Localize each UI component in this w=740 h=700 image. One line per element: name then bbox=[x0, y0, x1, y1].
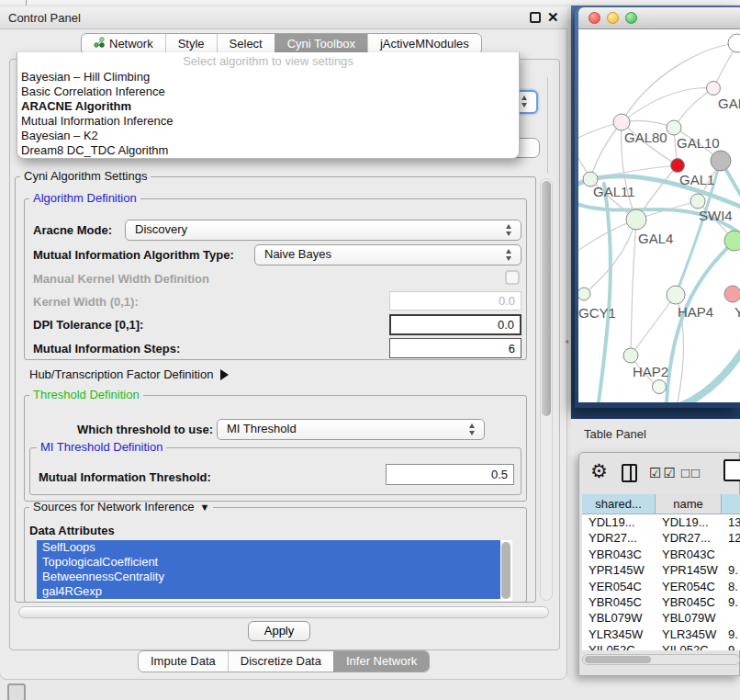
network-node-gal4[interactable] bbox=[626, 209, 646, 230]
network-node-gal80[interactable] bbox=[613, 114, 630, 130]
document-icon[interactable] bbox=[723, 459, 740, 481]
network-node-label: HAP2 bbox=[633, 364, 668, 379]
zoom-traffic-light-icon[interactable] bbox=[625, 12, 637, 24]
tab-impute-data[interactable]: Impute Data bbox=[139, 651, 228, 672]
table-row[interactable]: YIL052CYIL052C9. bbox=[582, 642, 740, 650]
table-column-header-2[interactable] bbox=[722, 494, 740, 514]
network-node-gcy1[interactable] bbox=[578, 288, 590, 300]
network-graph[interactable]: GALGAL80GAL10GAL1GAL11SWI4GAL4GCY1HAP4YH… bbox=[578, 29, 740, 402]
table-cell: YPR145W bbox=[656, 562, 722, 578]
attribute-item-selfloops[interactable]: SelfLoops bbox=[37, 540, 500, 555]
network-node-label: GAL1 bbox=[679, 172, 714, 187]
dropdown-option-dream8-dc-tdc-algorithm[interactable]: Dream8 DC_TDC Algorithm bbox=[17, 143, 519, 158]
network-edge[interactable] bbox=[631, 220, 636, 356]
network-node[interactable] bbox=[711, 151, 731, 171]
attribute-item-topologicalcoefficient[interactable]: TopologicalCoefficient bbox=[37, 555, 500, 570]
network-node[interactable] bbox=[728, 34, 740, 52]
table-row[interactable]: YPR145WYPR145W9. bbox=[582, 562, 740, 578]
tab-discretize-data[interactable]: Discretize Data bbox=[228, 651, 333, 672]
kernel-width-input[interactable] bbox=[389, 291, 521, 310]
dropdown-option-aracne-algorithm[interactable]: ARACNE Algorithm bbox=[17, 99, 519, 114]
network-node-gal10[interactable] bbox=[667, 120, 681, 135]
table-cell: YBL079W bbox=[582, 610, 656, 626]
table-row[interactable]: YDL19...YDL19...13 bbox=[582, 514, 740, 530]
unchecked-boxes-icon[interactable]: □□ bbox=[681, 465, 701, 480]
node-attribute-table[interactable]: shared...name YDL19...YDL19...13YDR27...… bbox=[582, 494, 740, 650]
dropdown-option-bayesian-k2[interactable]: Bayesian – K2 bbox=[17, 129, 519, 143]
network-edge[interactable] bbox=[674, 88, 713, 128]
network-view-canvas[interactable]: GALGAL80GAL10GAL1GAL11SWI4GAL4GCY1HAP4YH… bbox=[578, 29, 740, 402]
network-node-hap2[interactable] bbox=[623, 348, 638, 363]
mi-steps-input[interactable] bbox=[389, 338, 521, 358]
network-node[interactable] bbox=[653, 380, 667, 394]
table-row[interactable]: YBR043CYBR043C bbox=[582, 547, 740, 562]
mi-threshold-input[interactable] bbox=[386, 464, 514, 485]
tab-network[interactable]: Network bbox=[82, 34, 165, 54]
settings-horizontal-scrollbar[interactable] bbox=[18, 606, 549, 618]
table-row[interactable]: YBR045CYBR045C9. bbox=[582, 594, 740, 610]
network-node[interactable] bbox=[724, 231, 740, 251]
dpi-tolerance-label: DPI Tolerance [0,1]: bbox=[33, 318, 143, 332]
attribute-list-scrollbar[interactable] bbox=[501, 542, 510, 599]
table-cell: 12 bbox=[722, 530, 740, 546]
columns-icon[interactable] bbox=[622, 464, 637, 482]
tab-select[interactable]: Select bbox=[217, 34, 275, 54]
table-cell: YER054C bbox=[582, 579, 656, 594]
network-node-gal1[interactable] bbox=[671, 159, 685, 173]
close-icon[interactable]: ✕ bbox=[547, 9, 562, 26]
dropdown-option-list: Bayesian – Hill ClimbingBasic Correlatio… bbox=[17, 70, 519, 158]
network-node-y[interactable] bbox=[724, 286, 740, 302]
bottom-left-button-fragment[interactable] bbox=[7, 683, 26, 700]
which-threshold-label: Which threshold to use: bbox=[77, 423, 213, 436]
table-cell: YDL19... bbox=[582, 514, 656, 530]
application-screen: Control Panel ✕ NetworkStyleSelectCyni T… bbox=[0, 0, 740, 700]
table-row[interactable]: YBL079WYBL079W bbox=[582, 610, 740, 626]
groupbox-edge-fragment bbox=[547, 77, 548, 173]
tab-jactivemnodules[interactable]: jActiveMNodules bbox=[367, 34, 481, 54]
network-node-label: GAL4 bbox=[638, 231, 673, 246]
table-cell: YBR043C bbox=[656, 547, 722, 562]
which-threshold-select[interactable]: MI Threshold bbox=[217, 419, 485, 440]
table-row[interactable]: YLR345WYLR345W9. bbox=[582, 627, 740, 642]
checked-boxes-icon[interactable]: ☑☑ bbox=[649, 465, 678, 481]
table-column-header-shared[interactable]: shared... bbox=[582, 494, 656, 514]
attribute-item-betweennesscentrality[interactable]: BetweennessCentrality bbox=[37, 570, 500, 584]
float-window-icon[interactable] bbox=[530, 12, 541, 23]
collapsed-arrow-icon[interactable] bbox=[220, 369, 229, 380]
sources-group-title[interactable]: Sources for Network Inference▼ bbox=[29, 502, 213, 513]
table-horizontal-scrollbar-thumb[interactable] bbox=[585, 656, 651, 663]
table-row[interactable]: YER054CYER054C8. bbox=[582, 579, 740, 594]
network-node-hap4[interactable] bbox=[667, 286, 685, 304]
tab-style[interactable]: Style bbox=[165, 34, 217, 54]
tab-label: Infer Network bbox=[346, 651, 417, 672]
minimize-traffic-light-icon[interactable] bbox=[607, 12, 619, 24]
attribute-item-gal4rgexp[interactable]: gal4RGexp bbox=[37, 584, 500, 599]
apply-button[interactable]: Apply bbox=[248, 621, 310, 641]
hub-transcription-factor-section[interactable]: Hub/Transcription Factor Definition bbox=[29, 367, 229, 381]
tab-infer-network[interactable]: Infer Network bbox=[333, 651, 429, 672]
mi-algorithm-type-select[interactable]: Naive Bayes bbox=[254, 244, 521, 265]
dpi-tolerance-input[interactable] bbox=[389, 314, 521, 335]
network-node-label: GAL10 bbox=[677, 135, 720, 151]
table-row[interactable]: YDR27...YDR27...12 bbox=[582, 530, 740, 546]
data-attributes-list[interactable]: SelfLoopsTopologicalCoefficientBetweenne… bbox=[37, 540, 512, 601]
tab-cyni-toolbox[interactable]: Cyni Toolbox bbox=[275, 34, 367, 54]
table-cell: YDL19... bbox=[656, 514, 722, 530]
network-edge[interactable] bbox=[631, 295, 676, 356]
close-traffic-light-icon[interactable] bbox=[589, 12, 600, 24]
network-node-gal[interactable] bbox=[707, 82, 721, 96]
settings-vertical-scrollbar-thumb[interactable] bbox=[542, 181, 551, 416]
network-window-titlebar[interactable] bbox=[578, 7, 740, 29]
aracne-mode-select[interactable]: Discovery bbox=[125, 220, 521, 241]
dropdown-option-basic-correlation-inference[interactable]: Basic Correlation Inference bbox=[17, 85, 519, 99]
network-edge-highlighted[interactable] bbox=[599, 184, 611, 402]
manual-kernel-width-checkbox[interactable] bbox=[505, 270, 520, 285]
gear-icon[interactable]: ⚙ bbox=[590, 460, 608, 482]
expanded-arrow-icon[interactable]: ▼ bbox=[200, 502, 210, 513]
network-node-swi4[interactable] bbox=[690, 194, 705, 209]
table-column-header-name[interactable]: name bbox=[656, 494, 722, 514]
dropdown-option-bayesian-hill-climbing[interactable]: Bayesian – Hill Climbing bbox=[17, 70, 519, 85]
tab-label: Style bbox=[178, 34, 205, 54]
dropdown-option-mutual-information-inference[interactable]: Mutual Information Inference bbox=[17, 114, 519, 129]
network-edge[interactable] bbox=[622, 88, 713, 122]
